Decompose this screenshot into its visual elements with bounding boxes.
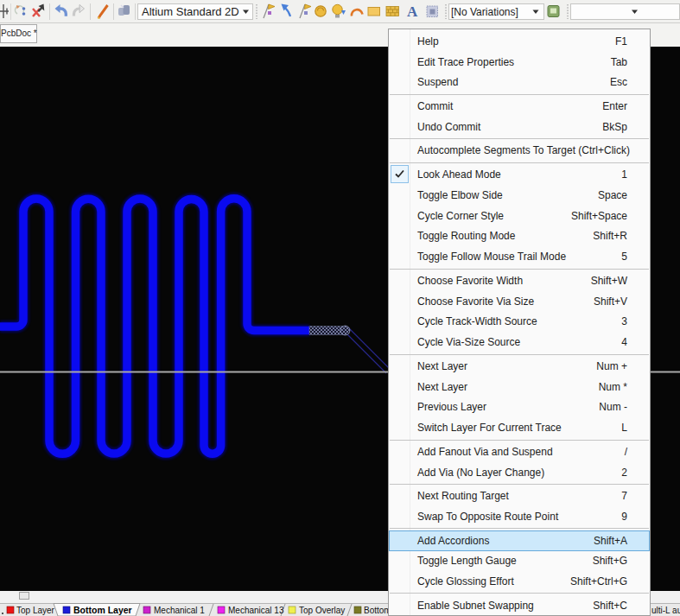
svg-text:Mechanical 1: Mechanical 1 [154, 606, 205, 615]
svg-text:ulti-L au: ulti-L au [651, 606, 680, 615]
svg-text:Top Overlay: Top Overlay [299, 606, 345, 615]
svg-text:Mechanical 13: Mechanical 13 [228, 606, 284, 615]
svg-text:A: A [407, 3, 418, 20]
svg-text:Top Layer: Top Layer [16, 606, 55, 615]
svg-text:[No Variations]: [No Variations] [451, 6, 518, 18]
svg-text:Bottom Layer: Bottom Layer [73, 605, 132, 615]
svg-text:Altium Standard 2D: Altium Standard 2D [142, 5, 239, 18]
